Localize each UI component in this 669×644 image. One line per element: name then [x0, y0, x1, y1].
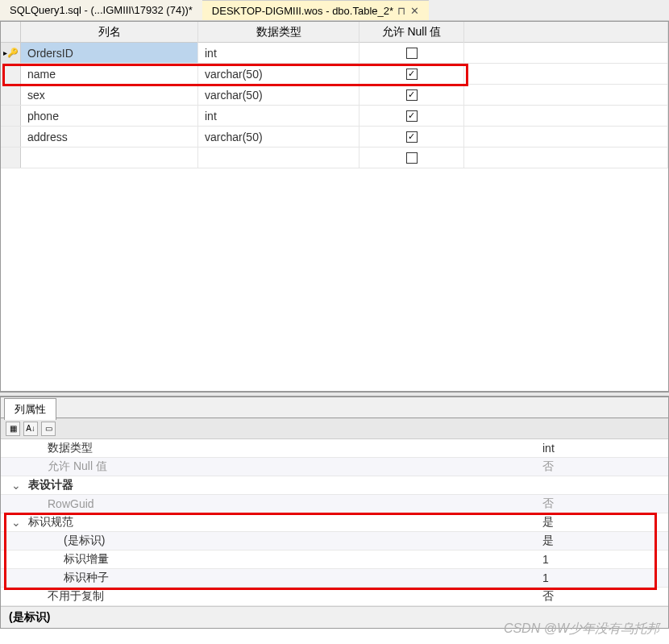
checkbox-null[interactable]: [406, 48, 418, 59]
row-selector[interactable]: [1, 106, 21, 126]
cell-type[interactable]: varchar(50): [198, 127, 359, 147]
cell-type[interactable]: int: [198, 43, 359, 63]
cell-type[interactable]: varchar(50): [198, 85, 359, 105]
chevron-down-icon[interactable]: ⌄: [1, 479, 25, 492]
tab-label: DESKTOP-DIGMIII.wos - dbo.Table_2*: [212, 5, 393, 17]
cell-null[interactable]: [359, 127, 464, 147]
prop-identity-spec[interactable]: ⌄ 标识规范 是: [1, 513, 668, 532]
header-extra: [464, 22, 668, 43]
tab-table-designer[interactable]: DESKTOP-DIGMIII.wos - dbo.Table_2* ⊓ ✕: [202, 0, 429, 20]
header-colname: 列名: [21, 22, 198, 43]
prop-allownull[interactable]: 允许 Null 值 否: [1, 458, 668, 476]
header-datatype: 数据类型: [198, 22, 359, 43]
categorize-icon[interactable]: ▦: [6, 422, 20, 436]
row-selector[interactable]: [1, 85, 21, 105]
property-description: (是标识): [1, 606, 668, 628]
close-icon[interactable]: ✕: [409, 6, 419, 15]
property-pages-icon[interactable]: ▭: [41, 422, 56, 436]
column-properties-panel: 列属性 ▦ A↓ ▭ 数据类型 int 允许 Null 值 否 ⌄ 表设计器 R…: [0, 397, 669, 629]
cell-null[interactable]: [359, 43, 464, 63]
cell-name[interactable]: OrdersID: [21, 43, 198, 63]
header-allownull: 允许 Null 值: [359, 22, 464, 43]
cell-null[interactable]: [359, 85, 464, 105]
cell-null[interactable]: [359, 106, 464, 126]
properties-grid: 数据类型 int 允许 Null 值 否 ⌄ 表设计器 RowGuid 否 ⌄ …: [1, 439, 668, 606]
cell-type[interactable]: varchar(50): [198, 64, 359, 84]
cell-name[interactable]: address: [21, 127, 198, 147]
table-designer-grid: 列名 数据类型 允许 Null 值 ▸🔑OrdersIDintnamevarch…: [0, 21, 669, 392]
tab-column-properties[interactable]: 列属性: [4, 398, 56, 420]
properties-toolbar: ▦ A↓ ▭: [1, 418, 668, 439]
row-selector[interactable]: [1, 64, 21, 84]
alphabetize-icon[interactable]: A↓: [23, 422, 38, 436]
checkbox-null[interactable]: [406, 152, 418, 164]
prop-datatype[interactable]: 数据类型 int: [1, 439, 668, 458]
primary-key-icon: 🔑: [7, 48, 19, 58]
checkbox-null[interactable]: [406, 131, 418, 143]
tab-label: SQLQuery1.sql - (...IGMIII\17932 (74))*: [10, 4, 193, 16]
table-row[interactable]: sexvarchar(50): [1, 85, 668, 106]
prop-identity-seed[interactable]: 标识种子 1: [1, 569, 668, 588]
table-row[interactable]: ▸🔑OrdersIDint: [1, 43, 668, 64]
cell-name[interactable]: name: [21, 64, 198, 84]
table-row-empty[interactable]: [1, 147, 668, 168]
row-selector[interactable]: ▸🔑: [1, 43, 21, 63]
tab-sqlquery[interactable]: SQLQuery1.sql - (...IGMIII\17932 (74))*: [0, 0, 202, 20]
row-selector[interactable]: [1, 127, 21, 147]
pin-icon[interactable]: ⊓: [397, 6, 406, 15]
row-selector[interactable]: [1, 147, 21, 168]
cell-type[interactable]: int: [198, 106, 359, 126]
checkbox-null[interactable]: [406, 69, 418, 80]
cell-name[interactable]: phone: [21, 106, 198, 126]
cell-type[interactable]: [198, 147, 359, 168]
chevron-down-icon[interactable]: ⌄: [1, 516, 25, 529]
prop-not-for-replication[interactable]: 不用于复制 否: [1, 588, 668, 606]
prop-rowguid[interactable]: RowGuid 否: [1, 495, 668, 513]
checkbox-null[interactable]: [406, 89, 418, 101]
prop-identity-increment[interactable]: 标识增量 1: [1, 551, 668, 569]
table-row[interactable]: namevarchar(50): [1, 64, 668, 85]
cell-null[interactable]: [359, 147, 464, 168]
table-row[interactable]: phoneint: [1, 106, 668, 127]
cell-null[interactable]: [359, 64, 464, 84]
prop-is-identity[interactable]: (是标识) 是: [1, 532, 668, 551]
row-selector-header: [1, 22, 21, 43]
table-row[interactable]: addressvarchar(50): [1, 127, 668, 147]
cell-name[interactable]: [21, 147, 198, 168]
cell-name[interactable]: sex: [21, 85, 198, 105]
prop-designer[interactable]: ⌄ 表设计器: [1, 476, 668, 495]
checkbox-null[interactable]: [406, 110, 418, 122]
